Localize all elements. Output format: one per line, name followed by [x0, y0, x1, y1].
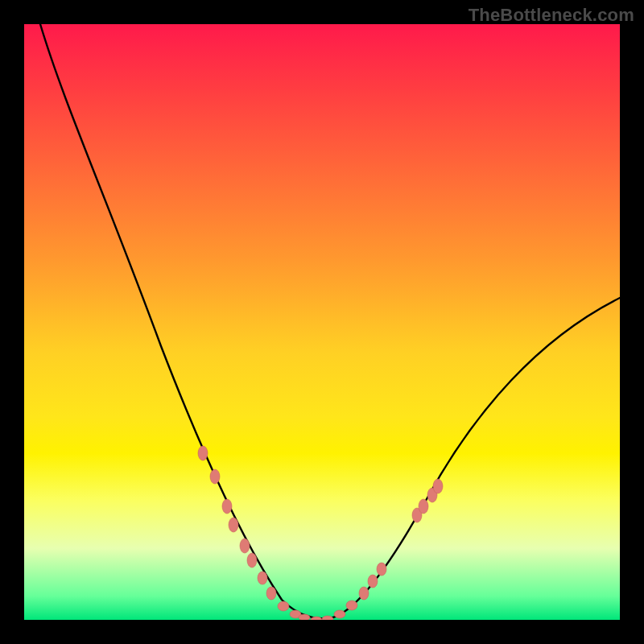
marker-dot: [278, 601, 289, 611]
attribution-label: TheBottleneck.com: [469, 5, 634, 26]
marker-dot: [266, 587, 276, 600]
marker-dot: [419, 499, 428, 514]
bottleneck-curve-path: [24, 24, 620, 618]
marker-dot: [322, 616, 333, 620]
marker-dot: [258, 572, 267, 584]
marker-dot: [334, 610, 345, 618]
plot-area: [24, 24, 620, 620]
marker-dot: [433, 479, 443, 493]
marker-dot: [359, 587, 369, 600]
curve-svg: [24, 24, 620, 620]
marker-dot: [229, 518, 238, 532]
marker-dot: [299, 614, 310, 620]
marker-dot: [247, 553, 257, 568]
marker-dot: [346, 601, 357, 610]
marker-dot: [198, 446, 208, 460]
chart-frame: TheBottleneck.com: [0, 0, 644, 644]
marker-dot: [222, 499, 232, 514]
marker-dot: [368, 575, 378, 588]
marker-dot: [240, 539, 250, 553]
marker-dot: [377, 563, 386, 576]
marker-dot: [210, 469, 220, 484]
